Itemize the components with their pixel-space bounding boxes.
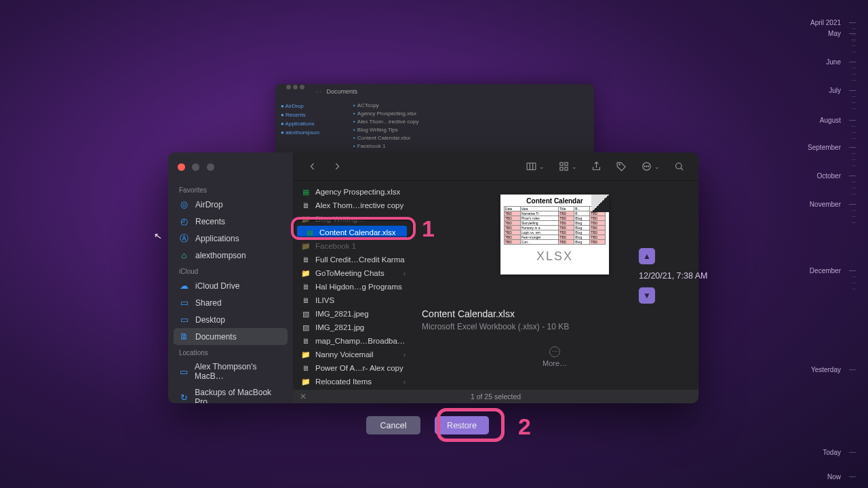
home-icon: ⌂ [179,250,189,260]
view-grid-button[interactable]: ⌄ [555,158,580,175]
file-item[interactable]: 📁Blog Writing… [293,212,411,226]
svg-point-12 [676,163,682,169]
cloud-icon: ☁ [179,281,189,291]
apps-icon: Ⓐ [179,233,189,243]
time-icon: ↻ [179,392,189,403]
file-item[interactable]: 🗎Alex Thom…irective copy [293,199,411,212]
excel-icon: ▦ [301,187,311,197]
file-item[interactable]: 🗎ILIVS [293,293,411,307]
airdrop-icon: ◎ [179,199,189,209]
timeline-month-label: June [826,58,841,66]
close-statusbar-icon[interactable]: ✕ [300,392,307,401]
file-item[interactable]: 🗎Power Of A…r- Alex copy [293,361,411,375]
timeline-month-label: October [816,172,841,180]
restore-button[interactable]: Restore [435,416,489,434]
shared-icon: ▭ [179,298,189,308]
sidebar-item-icloud-drive[interactable]: ☁iCloud Drive [174,277,288,294]
timeline-month-label: May [828,30,841,37]
sidebar-item-alexthompson[interactable]: ⌂alexthompson [174,247,288,264]
svg-line-13 [681,168,683,170]
svg-rect-4 [565,163,568,165]
preview-filename: Content Calendar.xlsx [422,308,569,319]
timeline-month-label: September [808,144,841,151]
folder-icon: 📁 [301,350,311,359]
finder-window: Favorites ◎AirDrop◴RecentsⒶApplications⌂… [168,152,698,403]
folder-icon: 📁 [301,377,311,386]
search-button[interactable] [671,158,688,175]
background-finder-window: ‹ › Documents ● AirDrop● Recents● Applic… [275,84,594,159]
doc-icon: 🗎 [301,255,311,264]
window-controls[interactable] [174,162,288,182]
preview-kind-size: Microsoft Excel Workbook (.xlsx) - 10 KB [422,322,569,331]
snapshot-next-button[interactable]: ▼ [639,287,655,304]
file-list[interactable]: ▦Agency Prospecting.xlsx🗎Alex Thom…irect… [293,181,411,390]
selection-count: 1 of 25 selected [471,392,521,401]
folder-icon: 📁 [301,241,311,251]
sidebar-item-airdrop[interactable]: ◎AirDrop [174,196,288,213]
folder-icon: 📁 [301,268,311,278]
doc-icon: 🗎 [301,336,311,346]
img-icon: ▧ [301,323,311,332]
snapshot-timestamp: 12/20/21, 7:38 AM [639,271,732,281]
file-item[interactable]: ▧IMG_2821.jpg [293,321,411,334]
file-item[interactable]: 📁Nanny Voicemail› [293,348,411,361]
timeline-month-label: November [810,201,841,208]
file-item[interactable]: ▦Content Calendar.xlsx [297,226,407,239]
folder-icon: 📁 [301,214,311,224]
file-item[interactable]: 🗎map_Champ…Broadband [293,334,411,348]
timeline-month-label: April 2021 [810,19,841,26]
doc-icon: 🗎 [301,296,311,305]
excel-icon: ▦ [305,228,315,237]
svg-rect-6 [565,167,568,170]
file-item[interactable]: 🗎Full Credit…Credit Karma [293,253,411,266]
file-thumbnail: Content Calendar DateIdeaTitleB… TBDNarr… [500,195,609,274]
snapshot-navigator: ▲ 12/20/21, 7:38 AM ▼ [637,248,732,304]
sidebar-item-applications[interactable]: ⒶApplications [174,230,288,247]
bg-breadcrumb: Documents [327,88,358,95]
favorites-heading: Favorites [174,182,288,196]
timeline-month-label: December [810,267,841,274]
docs-icon: 🗎 [179,331,189,342]
annotation-number-2: 2 [518,413,531,440]
timeline-now-label: Now [827,473,841,481]
svg-rect-0 [527,163,536,170]
snapshot-prev-button[interactable]: ▲ [639,248,655,264]
file-item[interactable]: ▦Agency Prospecting.xlsx [293,185,411,199]
action-menu-button[interactable]: ⌄ [638,158,663,175]
desktop-icon: ▭ [179,314,189,325]
file-item[interactable]: ▧IMG_2821.jpeg [293,307,411,321]
svg-point-9 [644,166,645,167]
file-item[interactable]: 📁GoToMeeting Chats› [293,266,411,280]
file-item[interactable]: 📁Relocated Items› [293,375,411,388]
doc-icon: 🗎 [301,363,311,373]
sidebar-item-recents[interactable]: ◴Recents [174,213,288,230]
nav-forward-button[interactable] [329,158,346,175]
svg-rect-5 [560,167,563,170]
locations-heading: Locations [174,345,288,359]
file-item[interactable]: 🗎Hal Higdon…g Programs [293,280,411,293]
nav-back-button[interactable] [304,158,321,175]
preview-more-button[interactable]: ⋯ More… [542,346,567,367]
view-columns-button[interactable]: ⌄ [523,158,547,175]
maximize-window-icon[interactable] [207,163,214,171]
share-button[interactable] [588,158,605,175]
cancel-button[interactable]: Cancel [366,416,420,434]
recents-icon: ◴ [179,216,189,226]
timeline-month-label: August [820,117,841,124]
doc-icon: 🗎 [301,282,311,291]
sidebar-item-backups-of-macbook-pro[interactable]: ↻Backups of MacBook Pro [174,384,288,403]
doc-icon: 🗎 [301,201,311,210]
sidebar-item-desktop[interactable]: ▭Desktop [174,311,288,328]
toolbar: ⌄ ⌄ ⌄ [293,152,698,181]
sidebar: Favorites ◎AirDrop◴RecentsⒶApplications⌂… [168,152,293,403]
minimize-window-icon[interactable] [192,163,199,171]
status-bar: ✕ 1 of 25 selected [293,390,698,403]
sidebar-item-alex-thompson-s-macb-[interactable]: ▭Alex Thompson's MacB… [174,359,288,384]
tag-button[interactable] [613,158,630,175]
file-item[interactable]: 📁Facebook 1 [293,239,411,253]
sidebar-item-documents[interactable]: 🗎Documents [174,328,288,345]
close-window-icon[interactable] [178,163,185,171]
icloud-heading: iCloud [174,264,288,277]
time-machine-timeline[interactable]: April 2021MayJuneJulyAugustSeptemberOcto… [795,15,856,481]
sidebar-item-shared[interactable]: ▭Shared [174,294,288,311]
